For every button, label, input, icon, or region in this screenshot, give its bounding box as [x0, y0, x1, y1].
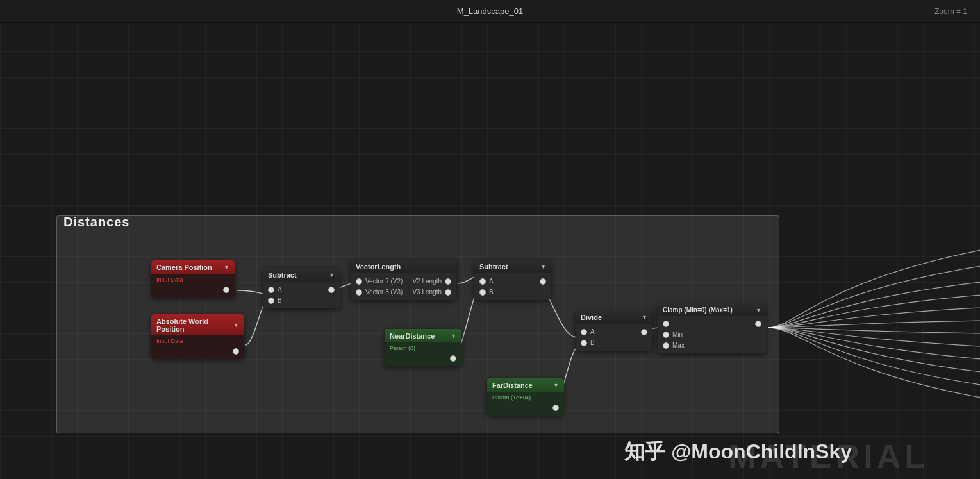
graph-title: M_Landscape_01	[457, 6, 523, 16]
subtract2-pin-a: A	[474, 276, 551, 287]
subtract1-b-label: B	[278, 297, 282, 304]
subtract2-header: Subtract ▼	[474, 260, 551, 273]
vectorlength-v3-out-label: V3 Length	[412, 289, 442, 296]
awp-output-pin	[233, 348, 239, 355]
subtract1-pin-a-circle	[268, 287, 274, 293]
clamp-main-in-pin	[663, 321, 669, 327]
divide-a-label: A	[590, 328, 595, 335]
vectorlength-v3-row: Vector 3 (V3) V3 Length	[351, 287, 456, 298]
subtract-node-1[interactable]: Subtract ▼ A B	[263, 268, 340, 308]
clamp-max-pin	[663, 342, 669, 349]
divide-title: Divide	[581, 314, 602, 321]
divide-header: Divide ▼	[576, 310, 652, 324]
subtract2-b-label: B	[489, 289, 494, 296]
zoom-indicator: Zoom = 1	[934, 7, 967, 16]
clamp-out-pin	[755, 321, 761, 327]
camera-position-title: Camera Position	[156, 264, 212, 271]
camera-position-node[interactable]: Camera Position ▼ Input Data	[151, 260, 235, 298]
vectorlength-v2-label: Vector 2 (V2)	[365, 278, 403, 285]
subtract2-a-label: A	[489, 278, 494, 285]
vectorlength-v3-out-pin	[445, 289, 451, 296]
camera-position-output-row	[151, 285, 235, 295]
clamp-min-row: Min	[658, 329, 767, 340]
clamp-body: Min Max	[658, 316, 767, 353]
far-arrow: ▼	[553, 382, 559, 389]
awp-title: Absolute World Position	[156, 317, 233, 333]
vectorlength-title: VectorLength	[356, 263, 401, 271]
near-subtitle: Param (0)	[385, 345, 461, 353]
comment-label: Distances	[63, 215, 130, 230]
subtract2-out-pin	[540, 278, 546, 285]
divide-pin-b: B	[576, 337, 652, 348]
near-output-row	[385, 353, 461, 364]
subtract2-body: A B	[474, 273, 551, 300]
awp-output-row	[151, 346, 244, 357]
near-body: Param (0)	[385, 342, 461, 366]
clamp-max-label: Max	[672, 342, 685, 349]
subtract-node-2[interactable]: Subtract ▼ A B	[474, 260, 551, 300]
near-arrow: ▼	[451, 333, 456, 339]
subtract1-pin-a: A	[263, 284, 340, 295]
clamp-input-row	[658, 319, 767, 329]
near-out-pin	[450, 355, 456, 362]
camera-position-header: Camera Position ▼	[151, 260, 235, 274]
divide-pin-a: A	[576, 326, 652, 337]
vectorlength-body: Vector 2 (V2) V2 Length Vector 3 (V3) V3…	[351, 273, 456, 300]
watermark-text: 知乎 @MoonChildInSky	[624, 438, 852, 466]
clamp-title: Clamp (Min=0) (Max=1)	[663, 307, 733, 314]
subtract2-b-in-pin	[479, 289, 486, 296]
absolute-world-position-node[interactable]: Absolute World Position ▼ Input Data	[151, 314, 244, 359]
awp-body: Input Data	[151, 335, 244, 359]
vectorlength-v3-in-pin	[356, 289, 362, 296]
divide-node[interactable]: Divide ▼ A B	[576, 310, 652, 351]
divide-out-pin	[641, 329, 647, 335]
awp-subtitle: Input Data	[151, 338, 244, 346]
far-title: FarDistance	[492, 382, 533, 389]
subtract2-pin-b: B	[474, 287, 551, 298]
subtract1-pin-b: B	[263, 295, 340, 306]
camera-position-arrow: ▼	[224, 264, 229, 271]
camera-position-output-pin	[223, 287, 229, 293]
clamp-min-pin	[663, 332, 669, 338]
vectorlength-v3-label: Vector 3 (V3)	[365, 289, 403, 296]
clamp-arrow: ▼	[756, 307, 761, 314]
camera-position-subtitle: Input Data	[151, 276, 235, 285]
clamp-min-label: Min	[672, 331, 683, 338]
vectorlength-v2-out-pin	[445, 278, 451, 285]
divide-body: A B	[576, 324, 652, 351]
subtract2-a-in-pin	[479, 278, 486, 285]
awp-header: Absolute World Position ▼	[151, 314, 244, 335]
clamp-node[interactable]: Clamp (Min=0) (Max=1) ▼ Min Max	[658, 303, 767, 353]
subtract1-a-label: A	[278, 286, 282, 293]
far-output-row	[487, 403, 564, 413]
near-distance-node[interactable]: NearDistance ▼ Param (0)	[385, 329, 461, 366]
awp-arrow: ▼	[233, 322, 239, 328]
vectorlength-v2-out-label: V2 Length	[412, 278, 442, 285]
subtract1-title: Subtract	[268, 271, 297, 279]
subtract1-body: A B	[263, 282, 340, 308]
divide-arrow: ▼	[642, 314, 647, 321]
subtract1-pin-b-circle	[268, 298, 274, 304]
subtract2-arrow: ▼	[540, 264, 546, 270]
far-out-pin	[552, 405, 559, 411]
vector-length-node[interactable]: VectorLength Vector 2 (V2) V2 Length Vec…	[351, 260, 456, 300]
near-header: NearDistance ▼	[385, 329, 461, 342]
divide-a-in-pin	[581, 329, 587, 335]
near-title: NearDistance	[390, 332, 435, 340]
divide-b-label: B	[590, 339, 595, 346]
clamp-max-row: Max	[658, 340, 767, 351]
subtract1-header: Subtract ▼	[263, 268, 340, 282]
title-bar: M_Landscape_01 Zoom = 1	[0, 0, 980, 23]
far-header: FarDistance ▼	[487, 378, 564, 392]
clamp-header: Clamp (Min=0) (Max=1) ▼	[658, 303, 767, 316]
far-distance-node[interactable]: FarDistance ▼ Param (1e+04)	[487, 378, 564, 416]
far-subtitle: Param (1e+04)	[487, 394, 564, 403]
subtract1-output-pin	[328, 287, 335, 293]
divide-b-in-pin	[581, 340, 587, 346]
vectorlength-v2-row: Vector 2 (V2) V2 Length	[351, 276, 456, 287]
camera-position-body: Input Data	[151, 274, 235, 298]
subtract1-arrow: ▼	[329, 272, 335, 278]
far-body: Param (1e+04)	[487, 392, 564, 416]
vectorlength-header: VectorLength	[351, 260, 456, 273]
subtract2-title: Subtract	[479, 263, 508, 271]
